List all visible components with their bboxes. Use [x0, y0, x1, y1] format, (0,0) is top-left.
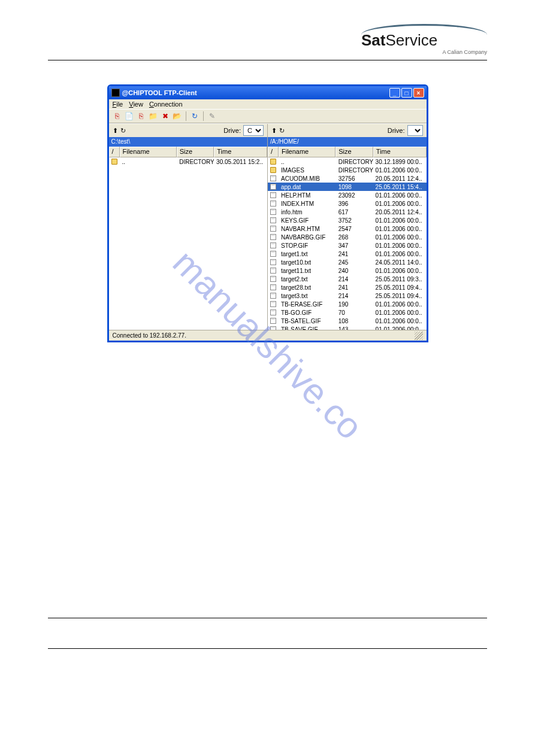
file-size: 3752 [336, 217, 373, 224]
file-row[interactable]: NAVBAR.HTM254701.01.2006 00:0.. [268, 224, 427, 233]
file-name: STOP.GIF [279, 242, 336, 249]
window-title: @CHIPTOOL FTP-Client [122, 89, 389, 96]
col-time[interactable]: Time [373, 147, 427, 157]
file-size: 240 [336, 268, 373, 274]
file-row[interactable]: target2.txt21425.05.2011 09:3.. [268, 275, 427, 283]
file-name: .. [279, 159, 336, 165]
toolbar-new-folder-icon[interactable]: 📁 [149, 111, 158, 121]
file-row[interactable]: IMAGESDIRECTORY01.01.2006 00:0.. [268, 166, 427, 174]
file-size: 143 [336, 326, 373, 330]
file-row[interactable]: target28.txt24125.05.2011 09:4.. [268, 283, 427, 292]
file-name: target10.txt [279, 259, 336, 266]
nav-refresh-left-icon[interactable]: ↻ [120, 127, 126, 135]
file-size: 241 [336, 284, 373, 291]
drive-select-right[interactable] [407, 125, 423, 136]
col-size[interactable]: Size [177, 147, 214, 157]
file-row[interactable]: ..DIRECTORY30.12.1899 00:0.. [268, 157, 427, 166]
file-time: 01.01.2006 00:0.. [373, 234, 427, 241]
close-button[interactable]: × [413, 88, 424, 98]
menu-file[interactable]: File [113, 101, 123, 108]
file-name: target28.txt [279, 284, 336, 291]
file-time: 20.05.2011 12:4.. [373, 209, 427, 215]
file-list-right[interactable]: ..DIRECTORY30.12.1899 00:0..IMAGESDIRECT… [268, 157, 427, 330]
document-icon [270, 217, 276, 223]
menu-connection[interactable]: Connection [149, 101, 183, 108]
file-time: 01.01.2006 00:0.. [373, 192, 427, 199]
file-row[interactable]: TB-ERASE.GIF19001.01.2006 00:0.. [268, 300, 427, 308]
file-row[interactable]: target3.txt21425.05.2011 09:4.. [268, 292, 427, 300]
col-sort[interactable]: / [268, 147, 279, 157]
document-icon [270, 284, 276, 290]
file-row[interactable]: KEYS.GIF375201.01.2006 00:0.. [268, 216, 427, 224]
file-size: 190 [336, 301, 373, 308]
file-size: 245 [336, 259, 373, 266]
file-row[interactable]: INDEX.HTM39601.01.2006 00:0.. [268, 199, 427, 208]
toolbar-separator [203, 111, 204, 121]
file-row[interactable]: TB-SATEL.GIF10801.01.2006 00:0.. [268, 317, 427, 325]
file-row[interactable]: STOP.GIF34701.01.2006 00:0.. [268, 241, 427, 250]
file-size: 108 [336, 318, 373, 324]
file-row[interactable]: target10.txt24524.05.2011 14:0.. [268, 258, 427, 266]
titlebar[interactable]: @CHIPTOOL FTP-Client _ □ × [109, 86, 427, 99]
document-icon [270, 209, 276, 215]
col-filename[interactable]: Filename [120, 147, 177, 157]
path-bar-right[interactable]: /A:/HOME/ [268, 137, 427, 147]
file-row[interactable]: target1.txt24101.01.2006 00:0.. [268, 250, 427, 258]
file-name: info.htm [279, 209, 336, 215]
file-list-left[interactable]: ..DIRECTORY30.05.2011 15:2.. [109, 157, 268, 330]
toolbar-delete-icon[interactable]: ✖ [161, 111, 170, 121]
drive-label-right: Drive: [388, 127, 405, 134]
col-size[interactable]: Size [335, 147, 373, 157]
file-row[interactable]: HELP.HTM2309201.01.2006 00:0.. [268, 191, 427, 199]
status-text: Connected to 192.168.2.77. [113, 332, 186, 339]
file-time: 01.01.2006 00:0.. [373, 268, 427, 274]
file-row[interactable]: TB-GO.GIF7001.01.2006 00:0.. [268, 308, 427, 317]
file-row[interactable]: info.htm61720.05.2011 12:4.. [268, 208, 427, 216]
toolbar-copy-left-icon[interactable]: ⎘ [113, 111, 122, 121]
resize-grip-icon[interactable] [415, 332, 423, 340]
right-pane: ⬆ ↻ Drive: /A:/HOME/ / Filename Size Tim… [267, 124, 427, 330]
folder-icon [111, 159, 117, 165]
file-row[interactable]: app.dat109825.05.2011 15:4.. [268, 183, 427, 191]
col-sort[interactable]: / [109, 147, 120, 157]
file-row[interactable]: ..DIRECTORY30.05.2011 15:2.. [109, 157, 268, 166]
toolbar-wand-icon[interactable]: ✎ [207, 111, 217, 121]
file-row[interactable]: TB-SAVE.GIF14301.01.2006 00:0.. [268, 325, 427, 330]
toolbar-copy-icon[interactable]: 📄 [125, 111, 134, 121]
path-bar-left[interactable]: C:\test\ [109, 137, 268, 147]
file-row[interactable]: ACUODM.MIB3275620.05.2011 12:4.. [268, 174, 427, 183]
document-icon [270, 326, 276, 330]
file-row[interactable]: target11.txt24001.01.2006 00:0.. [268, 266, 427, 275]
file-name: TB-SAVE.GIF [279, 326, 336, 330]
footer-rule-2 [48, 648, 487, 649]
maximize-button[interactable]: □ [401, 88, 412, 98]
nav-up-right-icon[interactable]: ⬆ [271, 127, 277, 135]
ftp-client-window: @CHIPTOOL FTP-Client _ □ × File View Con… [107, 84, 428, 342]
document-icon [270, 251, 276, 257]
list-header-left: / Filename Size Time [109, 147, 268, 157]
col-filename[interactable]: Filename [279, 147, 335, 157]
document-icon [270, 226, 276, 232]
col-time[interactable]: Time [214, 147, 267, 157]
logo-text: SatService [361, 32, 487, 48]
file-time: 30.05.2011 15:2.. [214, 159, 267, 165]
file-time: 01.01.2006 00:0.. [373, 201, 427, 207]
toolbar-open-icon[interactable]: 📂 [173, 111, 182, 121]
file-name: INDEX.HTM [279, 201, 336, 207]
menu-view[interactable]: View [129, 101, 143, 108]
file-size: DIRECTORY [177, 159, 214, 165]
nav-up-left-icon[interactable]: ⬆ [113, 127, 118, 135]
document-icon [270, 201, 276, 207]
toolbar-copy-right-icon[interactable]: ⎘ [137, 111, 146, 121]
file-name: TB-ERASE.GIF [279, 301, 336, 308]
file-row[interactable]: NAVBARBG.GIF26801.01.2006 00:0.. [268, 233, 427, 241]
nav-refresh-right-icon[interactable]: ↻ [279, 127, 285, 135]
file-size: 396 [336, 201, 373, 207]
file-size: 1098 [336, 184, 373, 190]
minimize-button[interactable]: _ [389, 88, 400, 98]
file-size: DIRECTORY [336, 159, 373, 165]
file-time: 01.01.2006 00:0.. [373, 318, 427, 324]
drive-select-left[interactable]: C [243, 125, 264, 136]
file-name: NAVBAR.HTM [279, 226, 336, 232]
toolbar-refresh-icon[interactable]: ↻ [190, 111, 200, 121]
